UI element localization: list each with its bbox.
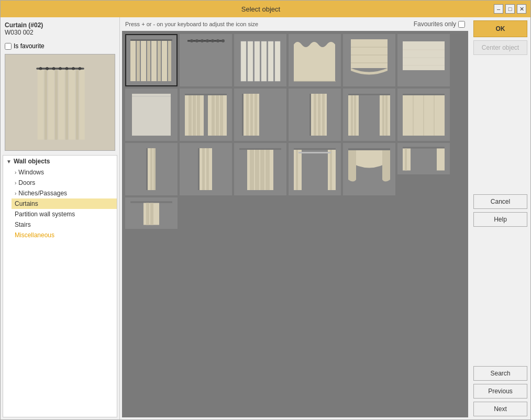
svg-rect-63 <box>220 95 223 136</box>
center-panel: Press + or - on your keyboard to adjust … <box>120 17 470 419</box>
sidebar-item-curtains[interactable]: Curtains <box>12 198 117 209</box>
object-thumb-19[interactable] <box>125 197 178 229</box>
svg-rect-66 <box>246 94 249 136</box>
search-button[interactable]: Search <box>473 366 527 381</box>
stairs-label: Stairs <box>15 221 31 228</box>
tree-panel: ▼ Wall objects › Windows › Doors › Niche… <box>3 155 117 417</box>
previous-button[interactable]: Previous <box>473 384 527 399</box>
preview-svg <box>34 56 86 150</box>
object-thumb-14[interactable] <box>180 143 232 195</box>
sidebar-item-niches-passages[interactable]: › Niches/Passages <box>12 188 117 198</box>
svg-rect-92 <box>202 148 205 190</box>
thumb-svg-15 <box>237 146 284 193</box>
svg-rect-91 <box>200 148 212 190</box>
objects-grid <box>122 31 468 417</box>
minimize-button[interactable]: – <box>494 4 503 14</box>
sidebar-item-stairs[interactable]: Stairs <box>12 219 117 230</box>
svg-rect-76 <box>351 95 353 136</box>
thumb-svg-18 <box>400 143 447 174</box>
svg-point-5 <box>65 67 68 70</box>
object-thumb-3[interactable] <box>234 34 286 86</box>
object-thumb-16[interactable] <box>289 143 341 195</box>
wall-objects-arrow: ▼ <box>6 159 12 164</box>
thumb-svg-12 <box>400 91 447 138</box>
cancel-button[interactable]: Cancel <box>473 194 527 209</box>
thumb-svg-6 <box>400 37 447 84</box>
svg-rect-36 <box>248 41 253 81</box>
ok-button[interactable]: OK <box>473 20 527 37</box>
svg-rect-59 <box>197 95 200 136</box>
svg-rect-109 <box>405 149 407 171</box>
thumb-svg-2 <box>182 37 229 84</box>
curtains-label: Curtains <box>15 200 38 207</box>
close-button[interactable]: ✕ <box>517 4 526 14</box>
svg-rect-17 <box>130 39 172 41</box>
sidebar-item-doors[interactable]: › Doors <box>12 178 117 188</box>
thumb-svg-19 <box>128 197 175 229</box>
svg-rect-99 <box>266 150 270 190</box>
tree-children: › Windows › Doors › Niches/Passages Curt… <box>3 167 117 240</box>
sidebar-item-partition-wall[interactable]: Partition wall systems <box>12 209 117 219</box>
is-favourite-label[interactable]: Is favourite <box>14 42 45 50</box>
is-favourite-checkbox[interactable] <box>5 43 12 50</box>
svg-rect-104 <box>330 150 332 190</box>
object-thumb-2[interactable] <box>180 34 232 86</box>
svg-rect-100 <box>294 148 336 150</box>
svg-rect-111 <box>130 202 172 203</box>
favourites-only-checkbox[interactable] <box>458 21 465 28</box>
thumb-svg-10 <box>291 91 338 138</box>
thumb-svg-3 <box>237 37 284 84</box>
svg-point-30 <box>206 39 209 42</box>
object-thumb-5[interactable] <box>343 34 395 86</box>
tree-group-wall-objects[interactable]: ▼ Wall objects <box>3 156 117 167</box>
sidebar-item-windows[interactable]: › Windows <box>12 167 117 178</box>
svg-rect-38 <box>261 41 267 81</box>
sidebar-item-miscellaneous[interactable]: Miscellaneous <box>12 230 117 240</box>
object-thumb-11[interactable] <box>343 89 395 141</box>
object-thumb-13[interactable] <box>125 143 178 195</box>
svg-rect-47 <box>403 41 445 70</box>
svg-rect-80 <box>385 95 388 136</box>
object-thumb-8[interactable] <box>180 89 232 141</box>
object-thumb-4[interactable] <box>289 34 341 86</box>
object-code: W030 002 <box>5 29 115 36</box>
object-thumb-9[interactable] <box>234 89 286 141</box>
svg-rect-68 <box>255 94 257 136</box>
doors-arrow: › <box>15 180 16 186</box>
thumb-svg-11 <box>346 91 393 138</box>
svg-rect-114 <box>150 203 153 225</box>
svg-rect-106 <box>348 148 390 150</box>
window-title: Select object <box>28 5 494 13</box>
object-thumb-18[interactable] <box>397 143 450 174</box>
favourites-only-row: Favourites only <box>414 20 465 28</box>
thumb-svg-5 <box>346 37 393 84</box>
object-thumb-6[interactable] <box>397 34 450 86</box>
thumb-svg-4 <box>291 37 338 84</box>
maximize-button[interactable]: □ <box>505 4 515 14</box>
next-button[interactable]: Next <box>473 402 527 416</box>
main-window: Select object – □ ✕ Curtain (#02) W030 0… <box>0 0 531 420</box>
svg-rect-55 <box>185 94 227 95</box>
svg-rect-78 <box>380 95 390 136</box>
svg-rect-18 <box>130 41 136 81</box>
thumb-svg-1 <box>128 37 175 84</box>
help-button[interactable]: Help <box>473 212 527 227</box>
svg-point-29 <box>201 39 204 42</box>
object-thumb-15[interactable] <box>234 143 286 195</box>
svg-rect-21 <box>147 41 150 81</box>
svg-rect-110 <box>437 149 445 171</box>
svg-rect-57 <box>189 95 192 136</box>
svg-rect-22 <box>151 41 157 81</box>
miscellaneous-label: Miscellaneous <box>15 231 54 239</box>
object-thumb-12[interactable] <box>397 89 450 141</box>
object-thumb-17[interactable] <box>343 143 395 195</box>
wall-objects-label: Wall objects <box>14 158 50 165</box>
svg-rect-37 <box>255 41 260 81</box>
object-thumb-10[interactable] <box>289 89 341 141</box>
svg-rect-102 <box>296 150 298 190</box>
object-thumb-7[interactable] <box>125 89 178 141</box>
object-thumb-1[interactable] <box>125 34 178 86</box>
partition-wall-label: Partition wall systems <box>15 211 75 218</box>
svg-rect-113 <box>146 203 149 225</box>
thumb-svg-16 <box>291 146 338 193</box>
